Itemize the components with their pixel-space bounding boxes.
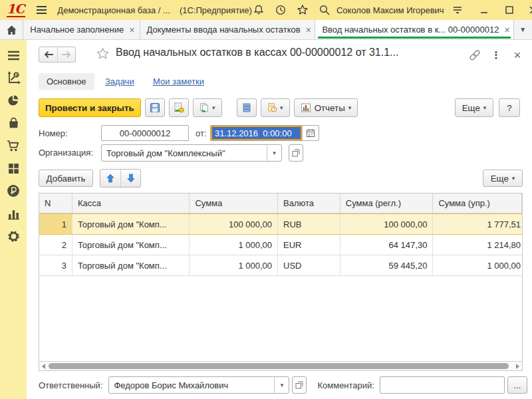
cell-kassa[interactable]: Торговый дом "Комп... bbox=[72, 255, 190, 275]
tab-list-dropdown-icon[interactable]: ▼ bbox=[514, 20, 532, 39]
tab-initial-filling[interactable]: Начальное заполнение × bbox=[23, 20, 140, 39]
bar-chart-icon[interactable] bbox=[6, 206, 21, 221]
scroll-right-icon[interactable] bbox=[516, 364, 519, 369]
table-row[interactable]: 2 Торговый дом "Комп... 1 000,00 EUR 64 … bbox=[39, 235, 522, 255]
col-header-n[interactable]: N bbox=[39, 194, 72, 213]
number-input[interactable] bbox=[101, 125, 189, 141]
sections-menu-icon[interactable] bbox=[6, 48, 21, 63]
cell-kassa[interactable]: Торговый дом "Комп... bbox=[72, 214, 190, 234]
cell-summa-upr[interactable]: 1 214,80 bbox=[433, 235, 522, 255]
open-windows-tabbar: Начальное заполнение × Документы ввода н… bbox=[0, 20, 532, 40]
notifications-icon[interactable] bbox=[252, 3, 265, 17]
close-form-icon[interactable]: × bbox=[511, 49, 524, 62]
doc-clock-button[interactable]: ▾ bbox=[261, 98, 290, 117]
col-header-currency[interactable]: Валюта bbox=[278, 194, 340, 213]
minimize-icon[interactable] bbox=[477, 3, 491, 17]
grid-sections-icon[interactable] bbox=[6, 161, 21, 176]
tab-close-icon[interactable]: × bbox=[306, 25, 311, 35]
cell-summa-regl[interactable]: 100 000,00 bbox=[340, 214, 434, 234]
table-more-button[interactable]: Еще ▾ bbox=[483, 170, 523, 187]
cell-n[interactable]: 3 bbox=[39, 255, 72, 275]
move-row-down-icon[interactable] bbox=[120, 170, 140, 187]
post-and-close-button[interactable]: Провести и закрыть bbox=[39, 98, 141, 117]
service-menu-icon[interactable] bbox=[451, 3, 464, 17]
post-document-button[interactable] bbox=[169, 98, 189, 117]
pie-chart-icon[interactable] bbox=[6, 93, 21, 108]
combo-arrow-icon[interactable]: ▾ bbox=[274, 377, 289, 393]
open-responsible-icon[interactable] bbox=[292, 376, 307, 394]
gear-settings-icon[interactable] bbox=[6, 229, 21, 243]
col-header-summa-upr[interactable]: Сумма (упр.) bbox=[433, 194, 522, 213]
cell-currency[interactable]: RUB bbox=[278, 214, 340, 234]
cell-currency[interactable]: USD bbox=[278, 255, 340, 275]
history-icon[interactable] bbox=[274, 3, 287, 17]
col-header-summa-regl[interactable]: Сумма (регл.) bbox=[340, 194, 434, 213]
document-form: Ввод начальных остатков в кассах 00-0000… bbox=[27, 40, 532, 399]
indicators-axes-icon[interactable] bbox=[6, 70, 21, 85]
tab-close-icon[interactable]: × bbox=[504, 25, 509, 35]
forward-button[interactable] bbox=[57, 47, 75, 62]
search-icon[interactable] bbox=[318, 3, 331, 17]
cell-summa[interactable]: 1 000,00 bbox=[190, 235, 278, 255]
responsible-combo[interactable]: Федоров Борис Михайлович ▾ bbox=[108, 376, 289, 394]
comment-ellipsis-button[interactable]: ... bbox=[507, 376, 527, 394]
1c-logo: 1С bbox=[7, 3, 25, 17]
comment-input[interactable] bbox=[380, 376, 505, 394]
document-movements-button[interactable] bbox=[237, 98, 257, 117]
ruble-circle-icon[interactable] bbox=[6, 184, 21, 198]
cell-summa-regl[interactable]: 59 445,20 bbox=[340, 255, 434, 275]
cell-currency[interactable]: EUR bbox=[278, 235, 340, 255]
cell-n[interactable]: 1 bbox=[39, 214, 72, 234]
save-button[interactable] bbox=[145, 98, 165, 117]
scroll-left-icon[interactable] bbox=[42, 364, 45, 369]
scrollbar-thumb[interactable] bbox=[49, 363, 509, 369]
cell-summa[interactable]: 1 000,00 bbox=[190, 255, 278, 275]
shopping-cart-icon[interactable] bbox=[6, 138, 21, 153]
cell-n[interactable]: 2 bbox=[39, 235, 72, 255]
favorites-icon[interactable] bbox=[296, 3, 309, 17]
combo-arrow-icon[interactable]: ▾ bbox=[267, 145, 281, 161]
link-icon[interactable] bbox=[468, 49, 481, 62]
cell-summa-upr[interactable]: 1 777,51 bbox=[433, 214, 522, 234]
favorite-star-icon[interactable] bbox=[96, 47, 110, 61]
main-menu-icon[interactable] bbox=[35, 3, 48, 17]
date-field[interactable]: 31.12.2016 0:00:00 bbox=[210, 125, 319, 141]
open-organization-icon[interactable] bbox=[289, 144, 303, 162]
close-window-icon[interactable] bbox=[527, 3, 532, 17]
table-row[interactable]: 1 Торговый дом "Комп... 100 000,00 RUB 1… bbox=[39, 213, 522, 235]
date-value-selected[interactable]: 31.12.2016 0:00:00 bbox=[211, 126, 302, 140]
sections-sidebar bbox=[0, 40, 27, 399]
table-header-row: N Касса Сумма Валюта Сумма (регл.) Сумма… bbox=[39, 194, 522, 213]
responsible-value: Федоров Борис Михайлович bbox=[109, 377, 274, 393]
window-titlebar: 1С Демонстрационная база / ... (1С:Предп… bbox=[0, 0, 532, 20]
tab-initial-balances-documents[interactable]: Документы ввода начальных остатков × bbox=[140, 20, 316, 39]
calendar-icon[interactable] bbox=[302, 126, 319, 140]
help-button[interactable]: ? bbox=[499, 98, 520, 117]
nav-tab-tasks[interactable]: Задачи bbox=[105, 76, 134, 86]
col-header-kassa[interactable]: Касса bbox=[72, 194, 190, 213]
table-row[interactable]: 3 Торговый дом "Комп... 1 000,00 USD 59 … bbox=[39, 255, 522, 276]
add-row-button[interactable]: Добавить bbox=[39, 170, 93, 187]
cell-summa[interactable]: 100 000,00 bbox=[190, 214, 278, 234]
back-button[interactable] bbox=[39, 47, 57, 62]
tab-cash-balances-entry[interactable]: Ввод начальных остатков в к... 00-000000… bbox=[315, 20, 513, 39]
horizontal-scrollbar[interactable] bbox=[39, 361, 522, 370]
nav-tab-notes[interactable]: Мои заметки bbox=[153, 76, 204, 86]
tab-close-icon[interactable]: × bbox=[129, 25, 134, 35]
home-tab[interactable] bbox=[0, 20, 23, 39]
nav-tab-main[interactable]: Основное bbox=[39, 73, 94, 90]
cell-kassa[interactable]: Торговый дом "Комп... bbox=[72, 235, 190, 255]
app-name: (1С:Предприятие) bbox=[180, 5, 252, 15]
organization-combo[interactable]: Торговый дом "Комплексный" ▾ bbox=[101, 144, 282, 162]
shopping-bag-icon[interactable] bbox=[6, 116, 21, 130]
move-row-up-icon[interactable] bbox=[100, 170, 120, 187]
create-based-on-button[interactable]: ▾ bbox=[193, 98, 222, 117]
kebab-menu-icon[interactable]: ⋮ bbox=[489, 49, 503, 62]
maximize-icon[interactable] bbox=[503, 3, 516, 17]
reports-button[interactable]: Отчеты ▾ bbox=[294, 98, 358, 117]
current-user[interactable]: Соколов Максим Игоревич bbox=[336, 5, 444, 15]
more-button[interactable]: Еще ▾ bbox=[455, 98, 493, 117]
cell-summa-upr[interactable]: 1 000,00 bbox=[433, 255, 522, 275]
cell-summa-regl[interactable]: 64 147,30 bbox=[340, 235, 434, 255]
col-header-summa[interactable]: Сумма bbox=[190, 194, 278, 213]
